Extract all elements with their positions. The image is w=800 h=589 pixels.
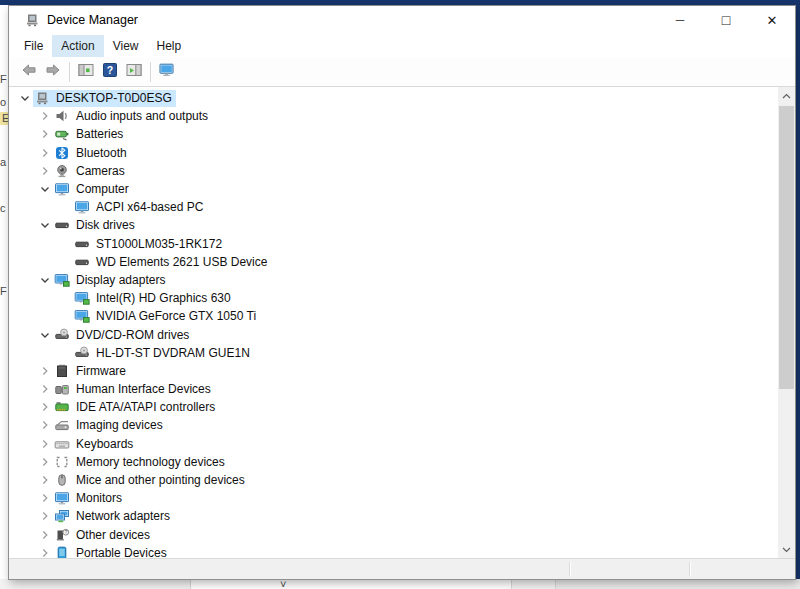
tree-item-computer[interactable]: Computer <box>9 180 778 198</box>
tree-item-nvidia-geforce-gtx-1050-ti[interactable]: NVIDIA GeForce GTX 1050 Ti <box>9 307 778 325</box>
tree-item-body[interactable]: ?Other devices <box>53 526 154 543</box>
imaging-icon <box>54 417 70 433</box>
tree-item-label: Audio inputs and outputs <box>76 109 208 123</box>
vertical-scrollbar[interactable] <box>778 87 795 558</box>
menu-file[interactable]: File <box>15 35 52 57</box>
tree-item-body[interactable]: Imaging devices <box>53 417 167 434</box>
tree-item-body[interactable]: Cameras <box>53 162 129 179</box>
tree-item-memory-technology-devices[interactable]: Memory technology devices <box>9 453 778 471</box>
chevron-right-icon[interactable] <box>37 363 53 379</box>
toolbar-forward-button[interactable] <box>41 60 65 84</box>
close-button[interactable]: ✕ <box>749 6 795 34</box>
tree-item-human-interface-devices[interactable]: Human Interface Devices <box>9 380 778 398</box>
toolbar-console-tree-button[interactable] <box>74 60 98 84</box>
tree-item-body[interactable]: Network adapters <box>53 508 174 525</box>
tree-item-body[interactable]: Keyboards <box>53 435 137 452</box>
status-bar-divider <box>569 562 571 576</box>
chevron-right-icon[interactable] <box>37 436 53 452</box>
tree-item-disk-drives[interactable]: Disk drives <box>9 216 778 234</box>
tree-item-cameras[interactable]: Cameras <box>9 162 778 180</box>
tree-item-body[interactable]: Computer <box>53 181 133 198</box>
tree-item-bluetooth[interactable]: Bluetooth <box>9 144 778 162</box>
tree-item-ide-ata-atapi-controllers[interactable]: IDE ATA/ATAPI controllers <box>9 398 778 416</box>
tree-item-audio-inputs-and-outputs[interactable]: Audio inputs and outputs <box>9 107 778 125</box>
tree-item-display-adapters[interactable]: Display adapters <box>9 271 778 289</box>
battery-icon <box>54 126 70 142</box>
toolbar-action-pane-button[interactable] <box>122 60 146 84</box>
tree-item-body[interactable]: HL-DT-ST DVDRAM GUE1N <box>73 344 254 361</box>
scroll-down-icon[interactable] <box>778 541 795 558</box>
tree-item-label: IDE ATA/ATAPI controllers <box>76 400 215 414</box>
action-pane-icon <box>126 62 142 82</box>
tree-item-body[interactable]: Monitors <box>53 490 126 507</box>
expander-placeholder <box>57 236 73 252</box>
tree-item-dvd-cd-rom-drives[interactable]: DVD/CD-ROM drives <box>9 325 778 343</box>
tree-item-body[interactable]: ST1000LM035-1RK172 <box>73 235 226 252</box>
chevron-down-icon[interactable] <box>37 272 53 288</box>
toolbar-back-button[interactable] <box>17 60 41 84</box>
tree-item-body[interactable]: Firmware <box>53 362 130 379</box>
chevron-right-icon[interactable] <box>37 381 53 397</box>
chevron-right-icon[interactable] <box>37 126 53 142</box>
tree-item-body[interactable]: Bluetooth <box>53 144 131 161</box>
tree-item-label: Computer <box>76 182 129 196</box>
toolbar-device-view-button[interactable] <box>155 60 179 84</box>
chevron-right-icon[interactable] <box>37 508 53 524</box>
chevron-right-icon[interactable] <box>37 417 53 433</box>
chevron-down-icon[interactable] <box>37 217 53 233</box>
tree-item-body[interactable]: NVIDIA GeForce GTX 1050 Ti <box>73 308 260 325</box>
tree-item-body[interactable]: DESKTOP-T0D0ESG <box>33 90 176 107</box>
tree-item-body[interactable]: Display adapters <box>53 271 169 288</box>
menu-view[interactable]: View <box>104 35 148 57</box>
tree-item-body[interactable]: Disk drives <box>53 217 139 234</box>
chevron-right-icon[interactable] <box>37 145 53 161</box>
tree-item-acpi-x64-based-pc[interactable]: ACPI x64-based PC <box>9 198 778 216</box>
tree-item-body[interactable]: Portable Devices <box>53 544 171 558</box>
minimize-button[interactable]: ─ <box>657 6 703 34</box>
scrollbar-thumb[interactable] <box>779 106 794 389</box>
chevron-right-icon[interactable] <box>37 108 53 124</box>
chevron-right-icon[interactable] <box>37 399 53 415</box>
maximize-button[interactable]: □ <box>703 6 749 34</box>
tree-item-label: Human Interface Devices <box>76 382 211 396</box>
tree-item-desktop-t0d0esg[interactable]: DESKTOP-T0D0ESG <box>9 89 778 107</box>
chevron-down-icon[interactable] <box>37 327 53 343</box>
tree-item-batteries[interactable]: Batteries <box>9 125 778 143</box>
chevron-down-icon[interactable] <box>37 181 53 197</box>
tree-item-body[interactable]: WD Elements 2621 USB Device <box>73 253 271 270</box>
tree-item-imaging-devices[interactable]: Imaging devices <box>9 416 778 434</box>
tree-item-body[interactable]: ACPI x64-based PC <box>73 199 207 216</box>
menu-help[interactable]: Help <box>148 35 191 57</box>
tree-item-body[interactable]: Audio inputs and outputs <box>53 108 212 125</box>
tree-item-mice-and-other-pointing-devices[interactable]: Mice and other pointing devices <box>9 471 778 489</box>
tree-item-network-adapters[interactable]: Network adapters <box>9 507 778 525</box>
tree-item-body[interactable]: Intel(R) HD Graphics 630 <box>73 290 235 307</box>
scroll-up-icon[interactable] <box>778 87 795 104</box>
tree-item-body[interactable]: Human Interface Devices <box>53 381 215 398</box>
tree-item-body[interactable]: IDE ATA/ATAPI controllers <box>53 399 219 416</box>
tree-item-firmware[interactable]: Firmware <box>9 362 778 380</box>
chevron-right-icon[interactable] <box>37 545 53 558</box>
tree-item-intel-r-hd-graphics-630[interactable]: Intel(R) HD Graphics 630 <box>9 289 778 307</box>
tree-item-st1000lm035-1rk172[interactable]: ST1000LM035-1RK172 <box>9 235 778 253</box>
chevron-right-icon[interactable] <box>37 490 53 506</box>
chevron-right-icon[interactable] <box>37 527 53 543</box>
tree-item-other-devices[interactable]: ?Other devices <box>9 526 778 544</box>
tree-item-label: Keyboards <box>76 437 133 451</box>
tree-item-hl-dt-st-dvdram-gue1n[interactable]: HL-DT-ST DVDRAM GUE1N <box>9 344 778 362</box>
tree-item-keyboards[interactable]: Keyboards <box>9 435 778 453</box>
chevron-right-icon[interactable] <box>37 163 53 179</box>
chevron-right-icon[interactable] <box>37 472 53 488</box>
menu-action[interactable]: Action <box>52 35 103 57</box>
tree-item-portable-devices[interactable]: Portable Devices <box>9 544 778 558</box>
tree-item-wd-elements-2621-usb-device[interactable]: WD Elements 2621 USB Device <box>9 253 778 271</box>
chevron-down-icon[interactable] <box>17 90 33 106</box>
tree-item-body[interactable]: Batteries <box>53 126 127 143</box>
toolbar-help-button[interactable]: ? <box>98 60 122 84</box>
tree-item-body[interactable]: Mice and other pointing devices <box>53 472 249 489</box>
tree-item-body[interactable]: DVD/CD-ROM drives <box>53 326 193 343</box>
chevron-right-icon[interactable] <box>37 454 53 470</box>
desktop-screen: FoEacF˅ Device Manager ─ □ ✕ FileActionV… <box>0 0 800 589</box>
tree-item-body[interactable]: Memory technology devices <box>53 453 229 470</box>
tree-item-monitors[interactable]: Monitors <box>9 489 778 507</box>
